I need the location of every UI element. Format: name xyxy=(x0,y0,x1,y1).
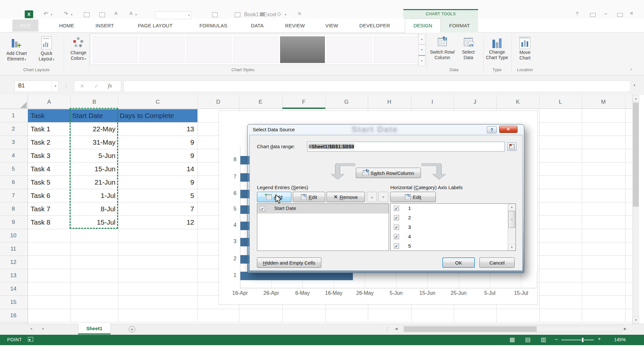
cell[interactable]: Task 6 xyxy=(28,189,71,202)
remove-series-button[interactable]: ✕ Remove xyxy=(327,192,365,202)
row-header[interactable]: 4 xyxy=(3,149,24,162)
qat-combobox[interactable]: ▾ xyxy=(155,11,191,19)
col-header-m[interactable]: M xyxy=(590,95,616,109)
switch-row-column-dialog-button[interactable]: ↻ Switch Row/Column xyxy=(356,168,421,178)
hidden-empty-cells-button[interactable]: Hidden and Empty Cells xyxy=(257,257,321,268)
change-chart-type-button[interactable]: Change Chart Type xyxy=(485,34,509,65)
row-header[interactable]: 15 xyxy=(3,295,24,309)
zoom-in-icon[interactable]: + xyxy=(598,336,601,342)
font-dropdown-icon[interactable]: ▾ xyxy=(135,13,137,16)
undo-icon[interactable]: ↶ xyxy=(44,11,48,17)
category-checkbox[interactable]: ✓ xyxy=(394,206,399,211)
row-header[interactable]: 12 xyxy=(3,255,24,269)
collapse-ribbon-icon[interactable]: ^ xyxy=(630,68,632,72)
cancel-button[interactable]: Cancel xyxy=(479,257,515,268)
cancel-entry-icon[interactable]: ✕ xyxy=(80,83,84,89)
range-picker-button[interactable] xyxy=(507,142,517,151)
chart-style-thumbnail[interactable] xyxy=(140,36,184,63)
col-header-g[interactable]: G xyxy=(333,95,359,109)
quick-layout-button[interactable]: Quick Layout▾ xyxy=(34,34,59,65)
cell-c1[interactable]: Days to Complete xyxy=(120,109,174,122)
tab-developer[interactable]: DEVELOPER xyxy=(359,19,390,32)
col-header-k[interactable]: K xyxy=(505,95,531,109)
chart-style-thumbnail-selected[interactable] xyxy=(280,36,325,63)
name-box[interactable]: B1 ▾ xyxy=(15,81,59,92)
scroll-thumb[interactable]: ≡ xyxy=(508,211,515,228)
row-header[interactable]: 16 xyxy=(3,309,24,322)
sheet-nav-right-icon[interactable]: ▸ xyxy=(42,326,45,331)
tab-data[interactable]: DATA xyxy=(251,19,264,32)
cell[interactable]: 21-Jun xyxy=(71,176,115,189)
col-header-i[interactable]: I xyxy=(419,95,445,109)
row-header[interactable]: 2 xyxy=(3,122,24,136)
col-header-c[interactable]: C xyxy=(145,95,171,109)
col-header-j[interactable]: J xyxy=(462,95,488,109)
row-header[interactable]: 5 xyxy=(3,162,24,176)
tab-formulas[interactable]: FORMULAS xyxy=(199,19,227,32)
cell[interactable]: Task 7 xyxy=(28,202,71,215)
tab-insert[interactable]: INSERT xyxy=(96,19,114,32)
scroll-down-icon[interactable]: ▼ xyxy=(633,317,639,324)
cell[interactable]: Task 5 xyxy=(28,176,71,189)
ok-button[interactable]: OK xyxy=(442,257,475,268)
gallery-more-icon[interactable]: ▼ xyxy=(418,55,425,66)
series-move-up-button[interactable]: ▲ xyxy=(367,192,377,202)
vscroll-thumb[interactable] xyxy=(633,103,639,207)
cell[interactable]: 9 xyxy=(118,149,194,162)
switch-row-column-button[interactable]: ↻ Switch Row/ Column xyxy=(429,34,456,65)
series-checkbox[interactable]: ✓ xyxy=(260,206,265,211)
zoom-out-icon[interactable]: – xyxy=(555,336,558,342)
cell[interactable]: 9 xyxy=(118,136,194,149)
confirm-entry-icon[interactable]: ✓ xyxy=(94,83,99,89)
scroll-down-icon[interactable]: ▼ xyxy=(508,244,516,251)
tab-page-layout[interactable]: PAGE LAYOUT xyxy=(138,19,173,32)
cell[interactable]: 15-Jun xyxy=(71,162,115,176)
qat-customize-icon[interactable]: ≡ xyxy=(298,11,301,17)
category-checkbox[interactable]: ✓ xyxy=(394,215,399,220)
cell[interactable]: 13 xyxy=(118,122,194,136)
scroll-up-icon[interactable]: ▲ xyxy=(633,95,639,102)
cell[interactable]: 9 xyxy=(118,176,194,189)
cell[interactable]: 22-May xyxy=(71,122,115,136)
series-list-item[interactable]: ✓ Start Date xyxy=(257,204,389,214)
zoom-slider-track[interactable] xyxy=(561,340,594,340)
category-list-item[interactable]: ✓ 2 xyxy=(391,213,516,223)
col-header-f[interactable]: F xyxy=(291,95,317,109)
tab-view[interactable]: VIEW xyxy=(325,19,338,32)
chart-style-thumbnail[interactable] xyxy=(186,36,231,63)
col-header-d[interactable]: D xyxy=(205,95,231,109)
insert-function-icon[interactable]: fx xyxy=(108,83,112,89)
category-list-item[interactable]: ✓ 5 xyxy=(391,241,516,251)
chart-style-thumbnail[interactable] xyxy=(233,36,278,63)
formula-input[interactable] xyxy=(124,81,630,92)
tab-file[interactable]: FILE xyxy=(12,20,38,32)
view-normal-icon[interactable]: ▦ xyxy=(509,336,515,343)
edit-axis-labels-button[interactable]: ✎ Edit xyxy=(390,192,436,202)
new-sheet-button[interactable]: + xyxy=(129,326,135,332)
cell[interactable]: 31-May xyxy=(71,136,115,149)
tab-review[interactable]: REVIEW xyxy=(285,19,305,32)
cell[interactable]: 5-Jun xyxy=(71,149,115,162)
formula-bar-expand-icon[interactable]: ▾ xyxy=(634,83,636,87)
category-checkbox[interactable]: ✓ xyxy=(394,243,399,249)
tabbar-splitter-icon[interactable]: ⋮ xyxy=(385,326,390,332)
row-header[interactable]: 3 xyxy=(3,136,24,149)
gallery-up-icon[interactable]: ▲ xyxy=(418,34,425,45)
col-header-b[interactable]: B xyxy=(81,95,107,109)
chart-data-range-input[interactable]: =Sheet1!$B$1:$B$9 xyxy=(307,142,505,151)
row-header[interactable]: 10 xyxy=(3,229,24,242)
series-move-down-button[interactable]: ▼ xyxy=(378,192,388,202)
print-preview-icon[interactable] xyxy=(100,12,105,17)
name-box-dropdown-icon[interactable]: ▾ xyxy=(55,84,56,88)
tab-format[interactable]: FORMAT xyxy=(449,19,470,32)
redo-icon[interactable]: ↷ xyxy=(64,11,68,17)
cell[interactable]: 12 xyxy=(118,215,194,229)
category-checkbox[interactable]: ✓ xyxy=(394,225,399,230)
row-header[interactable]: 11 xyxy=(3,242,24,255)
chart-style-thumbnail[interactable] xyxy=(374,36,419,63)
sheet-tab-sheet1[interactable]: Sheet1 xyxy=(78,324,111,334)
row-header[interactable]: 7 xyxy=(3,189,24,202)
cell[interactable]: 8-Jul xyxy=(71,202,115,215)
row-header[interactable]: 8 xyxy=(3,202,24,215)
row-header[interactable]: 13 xyxy=(3,269,24,282)
